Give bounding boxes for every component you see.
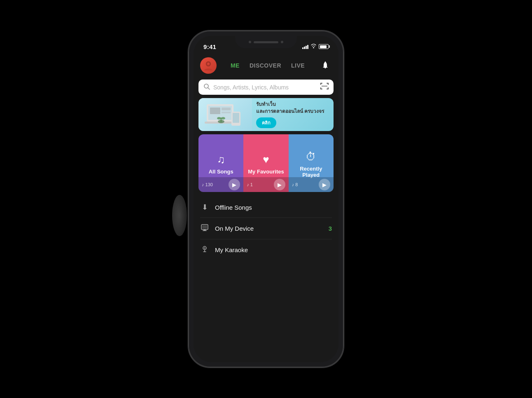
favourites-icon: ♥ xyxy=(263,153,269,166)
favourites-label: My Favourites xyxy=(248,169,284,175)
scene: 9:41 xyxy=(180,22,352,376)
svg-rect-18 xyxy=(222,108,231,110)
status-time: 9:41 xyxy=(203,43,216,50)
tab-discover[interactable]: DISCOVER xyxy=(248,61,283,70)
on-my-device-label: On My Device xyxy=(215,225,323,232)
banner-image xyxy=(198,98,252,131)
menu-item-on-my-device[interactable]: On My Device 3 xyxy=(194,218,338,239)
svg-rect-28 xyxy=(202,225,207,229)
recently-played-label: Recently Played xyxy=(292,166,330,178)
all-songs-count: ♪ 130 xyxy=(202,182,213,187)
app-content: ME DISCOVER LIVE xyxy=(194,54,338,362)
svg-rect-29 xyxy=(203,229,206,230)
svg-rect-6 xyxy=(320,83,321,85)
menu-list: ⬇ Offline Songs xyxy=(194,197,338,260)
all-songs-label: All Songs xyxy=(209,169,233,175)
signal-bar-1 xyxy=(302,47,303,49)
signal-bar-3 xyxy=(306,46,307,49)
my-karaoke-icon xyxy=(200,245,209,255)
battery-fill xyxy=(320,45,327,48)
search-placeholder-text: Songs, Artists, Lyrics, Albums xyxy=(213,84,317,91)
recently-played-footer: ♪ 8 ▶ xyxy=(289,177,334,192)
status-icons xyxy=(302,44,329,49)
svg-rect-8 xyxy=(328,83,329,85)
all-songs-icon: ♫ xyxy=(217,153,225,166)
all-songs-footer: ♪ 130 ▶ xyxy=(198,177,243,192)
wifi-icon xyxy=(310,44,317,49)
category-grid: ♫ All Songs ♪ 130 ▶ ♥ My Favo xyxy=(198,134,334,192)
category-favourites[interactable]: ♥ My Favourites ♪ 1 ▶ xyxy=(243,134,288,192)
svg-point-1 xyxy=(206,61,211,66)
menu-item-my-karaoke[interactable]: My Karaoke xyxy=(194,239,338,260)
category-recently-played[interactable]: ⏱ Recently Played ♪ 8 ▶ xyxy=(289,134,334,192)
notch-dot-right xyxy=(281,41,283,43)
recent-icon: ⏱ xyxy=(306,150,316,163)
bell-icon[interactable] xyxy=(319,59,332,72)
on-my-device-badge: 3 xyxy=(329,225,332,232)
notch-speaker xyxy=(254,41,278,43)
svg-line-4 xyxy=(208,88,210,89)
svg-rect-19 xyxy=(222,112,231,113)
my-karaoke-label: My Karaoke xyxy=(215,246,326,253)
favourites-play[interactable]: ▶ xyxy=(274,179,285,190)
search-icon xyxy=(203,83,210,91)
side-button xyxy=(172,195,187,236)
svg-rect-22 xyxy=(233,113,239,123)
avatar[interactable] xyxy=(200,57,217,74)
signal-bar-4 xyxy=(307,45,308,49)
favourites-count: ♪ 1 xyxy=(247,182,253,187)
offline-songs-icon: ⬇ xyxy=(200,203,209,212)
offline-songs-label: Offline Songs xyxy=(215,204,326,211)
recently-played-play[interactable]: ▶ xyxy=(319,179,330,190)
favourites-footer: ♪ 1 ▶ xyxy=(243,177,288,192)
banner-title-line2: และการตลาดออนไลน์ ครบวงจร xyxy=(256,108,329,115)
signal-bars xyxy=(302,44,308,49)
svg-point-2 xyxy=(325,61,326,62)
svg-rect-17 xyxy=(210,108,220,114)
banner[interactable]: รับทำเว็บ และการตลาดออนไลน์ ครบวงจร คลิก xyxy=(198,98,334,131)
tab-live[interactable]: LIVE xyxy=(289,61,306,70)
banner-title-line1: รับทำเว็บ xyxy=(256,101,329,108)
phone-frame: 9:41 xyxy=(188,30,344,368)
notch-dot-left xyxy=(249,41,251,43)
menu-item-offline-songs[interactable]: ⬇ Offline Songs xyxy=(194,197,338,218)
on-my-device-icon xyxy=(200,224,209,233)
svg-point-25 xyxy=(217,117,221,119)
battery-tip xyxy=(329,45,330,48)
app-header: ME DISCOVER LIVE xyxy=(194,54,338,77)
scan-icon[interactable] xyxy=(320,83,329,91)
svg-rect-12 xyxy=(328,87,329,89)
svg-point-32 xyxy=(204,248,205,249)
recently-played-count: ♪ 8 xyxy=(292,182,298,187)
search-bar[interactable]: Songs, Artists, Lyrics, Albums xyxy=(198,80,334,95)
svg-rect-10 xyxy=(320,87,321,89)
fav-note-icon: ♪ xyxy=(247,182,249,187)
all-songs-play[interactable]: ▶ xyxy=(229,179,240,190)
recent-note-icon: ♪ xyxy=(292,182,294,187)
category-all-songs[interactable]: ♫ All Songs ♪ 130 ▶ xyxy=(198,134,243,192)
banner-button[interactable]: คลิก xyxy=(256,117,276,128)
all-songs-note-icon: ♪ xyxy=(202,182,204,187)
svg-point-26 xyxy=(221,117,225,119)
tab-me[interactable]: ME xyxy=(229,61,241,70)
svg-rect-30 xyxy=(203,230,207,231)
signal-bar-2 xyxy=(304,47,305,49)
phone-screen: 9:41 xyxy=(194,36,338,362)
battery-icon xyxy=(319,44,329,49)
notch xyxy=(235,36,297,48)
banner-text: รับทำเว็บ และการตลาดออนไลน์ ครบวงจร คลิก xyxy=(252,98,334,131)
nav-tabs: ME DISCOVER LIVE xyxy=(217,61,319,70)
